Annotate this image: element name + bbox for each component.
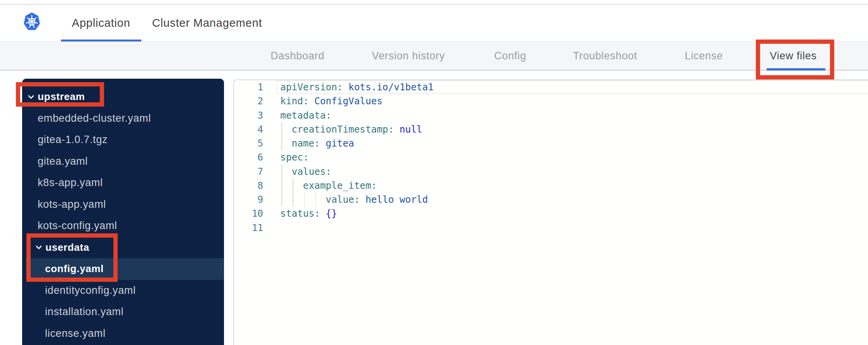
subnav-tab-troubleshoot[interactable]: Troubleshoot — [573, 42, 637, 70]
code-token: status: — [280, 208, 320, 219]
code-token: metadata: — [280, 110, 332, 121]
line-number: 10 — [234, 207, 275, 221]
line-number: 1 — [234, 80, 275, 94]
code-token — [320, 138, 326, 149]
header-tabs: ApplicationCluster Management — [61, 5, 273, 41]
file-label: k8s-app.yaml — [38, 177, 103, 189]
code-line-text: apiVersion: kots.io/v1beta1 — [275, 80, 868, 94]
code-token: hello world — [365, 194, 428, 205]
annotation-box-upstream-folder — [16, 82, 104, 107]
file-label: embedded-cluster.yaml — [38, 112, 151, 124]
tree-file-k8s-app.yaml[interactable]: k8s-app.yaml — [22, 172, 224, 194]
file-label: gitea.yaml — [38, 155, 88, 167]
code-token — [394, 124, 400, 135]
app-subnav: DashboardVersion historyConfigTroublesho… — [0, 41, 868, 71]
header-tab-label: Cluster Management — [152, 17, 262, 29]
line-number: 3 — [234, 109, 275, 122]
line-number: 11 — [234, 221, 275, 235]
code-token — [343, 81, 349, 93]
code-line-9[interactable]: value: hello world — [275, 193, 868, 207]
code-token: values: — [292, 166, 331, 177]
line-number: 6 — [234, 150, 275, 164]
code-line-5[interactable]: name: gitea — [275, 136, 868, 150]
line-number: 8 — [234, 179, 275, 193]
code-token: gitea — [326, 138, 354, 149]
code-line-6[interactable]: spec: — [275, 150, 868, 164]
code-token: ConfigValues — [314, 95, 383, 107]
subnav-tab-label: Config — [494, 50, 526, 62]
code-line-1[interactable]: apiVersion: kots.io/v1beta1 — [275, 80, 868, 94]
code-token: name: — [292, 138, 320, 149]
code-line-text: name: gitea — [275, 136, 868, 150]
code-token: creationTimestamp: — [292, 124, 394, 135]
code-token: null — [399, 124, 422, 135]
kots-admin-console: ApplicationCluster Management DashboardV… — [0, 0, 868, 345]
header-tab-label: Application — [72, 17, 130, 29]
header-tab-cluster-management[interactable]: Cluster Management — [141, 5, 273, 41]
annotation-box-userdata-config — [26, 233, 118, 282]
code-token — [320, 208, 326, 219]
code-token: example_item: — [303, 180, 377, 191]
subnav-tab-label: Troubleshoot — [573, 50, 637, 62]
code-line-text: spec: — [275, 150, 868, 164]
editor-content[interactable]: apiVersion: kots.io/v1beta1kind: ConfigV… — [275, 80, 868, 345]
code-token: value: — [326, 194, 360, 205]
code-line-text: creationTimestamp: null — [275, 122, 868, 136]
tree-file-license.yaml[interactable]: license.yaml — [22, 323, 224, 345]
subnav-tab-label: License — [685, 50, 723, 62]
code-line-text: metadata: — [275, 109, 868, 122]
code-token: {} — [326, 208, 337, 219]
line-number: 2 — [234, 94, 275, 108]
code-token: kind: — [280, 95, 309, 107]
file-label: identityconfig.yaml — [45, 285, 136, 297]
code-line-text: kind: ConfigValues — [275, 94, 868, 108]
app-header: ApplicationCluster Management — [0, 5, 868, 41]
code-line-11[interactable] — [275, 221, 868, 235]
subnav-tab-license[interactable]: License — [685, 42, 723, 70]
subnav-tab-label: Version history — [372, 50, 445, 62]
subnav-tab-version-history[interactable]: Version history — [372, 42, 445, 70]
line-number: 9 — [234, 193, 275, 207]
editor-line-numbers: 1234567891011 — [234, 80, 275, 235]
header-tab-application[interactable]: Application — [61, 5, 141, 41]
tree-file-installation.yaml[interactable]: installation.yaml — [22, 301, 224, 323]
line-number: 5 — [234, 136, 275, 150]
line-number: 4 — [234, 122, 275, 136]
tree-file-kots-app.yaml[interactable]: kots-app.yaml — [22, 194, 224, 216]
code-token — [309, 95, 314, 107]
code-line-4[interactable]: creationTimestamp: null — [275, 122, 868, 136]
file-label: gitea-1.0.7.tgz — [38, 134, 108, 146]
subnav-tab-label: Dashboard — [271, 50, 325, 62]
code-line-7[interactable]: values: — [275, 165, 868, 179]
tree-file-embedded-cluster.yaml[interactable]: embedded-cluster.yaml — [22, 108, 224, 129]
file-label: kots-config.yaml — [38, 220, 117, 232]
file-label: kots-app.yaml — [38, 198, 106, 210]
code-line-text: status: {} — [275, 207, 868, 221]
annotation-box-view-files-tab — [756, 40, 834, 79]
subnav-tab-config[interactable]: Config — [494, 42, 526, 70]
code-line-3[interactable]: metadata: — [275, 109, 868, 122]
file-label: license.yaml — [45, 328, 106, 340]
file-label: installation.yaml — [45, 306, 123, 318]
code-token: kots.io/v1beta1 — [349, 81, 434, 93]
code-line-text: example_item: — [275, 179, 868, 193]
kubernetes-logo-icon — [23, 12, 40, 31]
code-token — [360, 194, 366, 205]
tree-file-gitea-1.0.7.tgz[interactable]: gitea-1.0.7.tgz — [22, 129, 224, 151]
yaml-editor[interactable]: apiVersion: kots.io/v1beta1kind: ConfigV… — [233, 79, 868, 345]
tree-file-gitea.yaml[interactable]: gitea.yaml — [22, 151, 224, 172]
tree-file-identityconfig.yaml[interactable]: identityconfig.yaml — [22, 280, 224, 302]
code-line-10[interactable]: status: {} — [275, 207, 868, 221]
line-number: 7 — [234, 165, 275, 179]
subnav-tab-dashboard[interactable]: Dashboard — [271, 42, 325, 70]
code-line-2[interactable]: kind: ConfigValues — [275, 94, 868, 108]
code-line-8[interactable]: example_item: — [275, 179, 868, 193]
code-token: spec: — [280, 152, 309, 163]
code-token: apiVersion: — [280, 81, 343, 93]
file-tree-sidebar: upstreamembedded-cluster.yamlgitea-1.0.7… — [22, 79, 224, 345]
code-line-text: value: hello world — [275, 193, 868, 207]
code-line-text: values: — [275, 165, 868, 179]
